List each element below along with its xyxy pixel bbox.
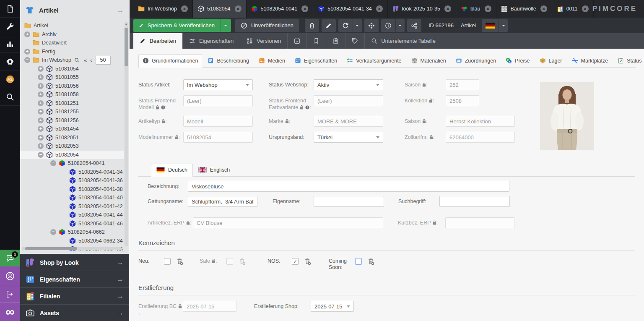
activity-document-button[interactable]	[0, 0, 20, 18]
subtab-marktplätze[interactable]: Marktplätze	[568, 54, 613, 67]
tab-tag[interactable]	[345, 33, 365, 49]
clear-value-icon[interactable]	[368, 258, 374, 265]
tab-englisch[interactable]: Englisch	[193, 164, 235, 176]
close-icon[interactable]: ×	[540, 5, 547, 12]
reload-split-button[interactable]	[338, 19, 362, 32]
expand-icon[interactable]: +	[38, 126, 44, 132]
tree-item[interactable]: 51082054-0041-42	[20, 202, 124, 211]
tree-item[interactable]: 51082054-0041-36	[20, 176, 124, 185]
language-caret[interactable]	[499, 19, 508, 32]
close-icon[interactable]: ×	[181, 5, 188, 12]
page-first-icon[interactable]: «	[84, 57, 87, 63]
tree-item[interactable]: +Archiv	[20, 30, 124, 39]
expand-icon[interactable]: +	[38, 74, 44, 80]
tree-item[interactable]: +51081058	[20, 90, 124, 99]
tree-item[interactable]: −51082054-0041	[20, 159, 124, 168]
panel-eigenschaften[interactable]: Eigenschaften→	[20, 271, 129, 287]
page-prev-icon[interactable]: ‹	[90, 57, 92, 63]
language-flag-button[interactable]	[482, 19, 499, 32]
tree-pager[interactable]: «‹50	[74, 56, 111, 65]
vertical-scrollbar[interactable]: ▲	[125, 22, 128, 246]
tree-item[interactable]: 51082054-0041-40	[20, 193, 124, 202]
open-tab[interactable]: 51082054-0041-34×	[313, 0, 388, 18]
status-artikel-select[interactable]: Im Webshop	[183, 79, 253, 90]
panel-assets[interactable]: Assets→	[20, 304, 129, 321]
close-icon[interactable]: ×	[301, 5, 308, 12]
tree-item[interactable]: +51082053	[20, 142, 124, 151]
tab-versionen[interactable]: Versionen	[240, 33, 288, 49]
subtab-eigenschaften[interactable]: Eigenschaften	[291, 54, 341, 67]
scrollbar-thumb[interactable]	[125, 28, 128, 66]
locate-in-tree-button[interactable]	[364, 19, 379, 32]
activity-bar-chart-button[interactable]	[0, 35, 20, 53]
tree-item[interactable]: 51082054-0041-34	[20, 168, 124, 177]
tree-item[interactable]: +51081454	[20, 125, 124, 133]
notifications-button[interactable]: 3	[0, 250, 20, 266]
tree-item[interactable]: +51082051	[20, 133, 124, 142]
open-tab[interactable]: Im Webshop×	[133, 0, 193, 18]
subtab-grundinformationen[interactable]: Grundinformationen	[138, 54, 202, 68]
panel-filialen[interactable]: Filialen→	[20, 287, 129, 304]
open-tab[interactable]: 51082054-0041×	[247, 0, 314, 18]
tree-item[interactable]: +51081256	[20, 116, 124, 125]
reload-button[interactable]	[338, 19, 353, 32]
activity-search-button[interactable]	[0, 88, 20, 106]
tab-bearbeiten[interactable]: Bearbeiten	[133, 33, 183, 49]
info-options-caret[interactable]	[395, 19, 405, 32]
tree-item[interactable]: Deaktiviert	[20, 39, 124, 47]
clear-value-icon[interactable]	[304, 258, 311, 265]
activity-wrench-button[interactable]	[0, 18, 20, 35]
scrollbar-thumb[interactable]	[25, 247, 77, 250]
expand-icon[interactable]: +	[38, 83, 44, 89]
bezeichnung-input[interactable]	[188, 181, 509, 192]
expand-icon[interactable]: +	[38, 117, 44, 123]
scroll-up-icon[interactable]: ▲	[125, 23, 127, 25]
subtab-status[interactable]: Status	[613, 54, 644, 67]
rename-button[interactable]	[322, 19, 336, 32]
info-button[interactable]	[381, 19, 395, 32]
expand-icon[interactable]: +	[38, 109, 44, 115]
tree-item[interactable]: −Im Webshop«‹50	[20, 56, 124, 65]
logout-button[interactable]	[0, 286, 20, 302]
expand-icon[interactable]: +	[38, 91, 44, 97]
open-tab[interactable]: blau×	[456, 0, 496, 18]
open-tab[interactable]: 0011×	[552, 0, 594, 18]
tree-item[interactable]: +51081056	[20, 82, 124, 91]
checkbox[interactable]: ✓	[292, 258, 299, 265]
expand-icon[interactable]: +	[38, 66, 44, 72]
tree-item[interactable]: +51081054	[20, 65, 124, 73]
subtab-verkaufsargumente[interactable]: Verkaufsargumente	[343, 54, 405, 67]
tab-eigenschaften[interactable]: Eigenschaften	[183, 33, 240, 49]
tree-item[interactable]: 51082054-0662-34	[20, 237, 124, 245]
subtab-preise[interactable]: $€Preise	[501, 54, 534, 67]
tree-item[interactable]: −51082054	[20, 151, 124, 159]
language-selector[interactable]	[482, 19, 508, 32]
share-button[interactable]	[407, 19, 421, 32]
subtab-beschreibung[interactable]: Beschreibung	[203, 54, 253, 67]
eigenname-input[interactable]	[314, 196, 384, 207]
close-icon[interactable]: ×	[582, 5, 589, 12]
tab-unterelemente-tabelle[interactable]: Unterelemente Tabelle	[365, 33, 442, 49]
checkbox[interactable]	[164, 258, 171, 265]
delete-button[interactable]	[305, 19, 319, 32]
subtab-medien[interactable]: Medien	[254, 54, 289, 67]
save-publish-button[interactable]: ✓Speichern & Veröffentlichen	[133, 19, 231, 32]
close-icon[interactable]: ×	[444, 5, 451, 12]
save-options-caret[interactable]	[220, 19, 231, 32]
info-split-button[interactable]	[381, 19, 405, 32]
tree-item[interactable]: +Fertig	[20, 47, 124, 56]
tree-item[interactable]: 51082054-0041-46	[20, 219, 124, 228]
tree-item[interactable]: 51082054-0041-44	[20, 211, 124, 219]
collapse-icon[interactable]: −	[50, 160, 56, 166]
subtab-materialien[interactable]: Materialien	[407, 54, 450, 67]
open-tab[interactable]: 51082054×	[193, 0, 247, 18]
open-tab[interactable]: look-2025-10-35×	[388, 0, 456, 18]
panel-shop-by-look[interactable]: Shop by Look→	[20, 254, 129, 271]
clear-value-icon[interactable]	[177, 258, 183, 265]
page-size-input[interactable]: 50	[96, 56, 111, 65]
user-profile-button[interactable]	[0, 266, 20, 286]
subtab-zuordnungen[interactable]: Zuordnungen	[452, 54, 500, 67]
erstlieferung-shop-select[interactable]: 2025-07-15	[311, 301, 354, 312]
tree-item[interactable]: +51081055	[20, 73, 124, 82]
expand-icon[interactable]: +	[24, 31, 30, 37]
